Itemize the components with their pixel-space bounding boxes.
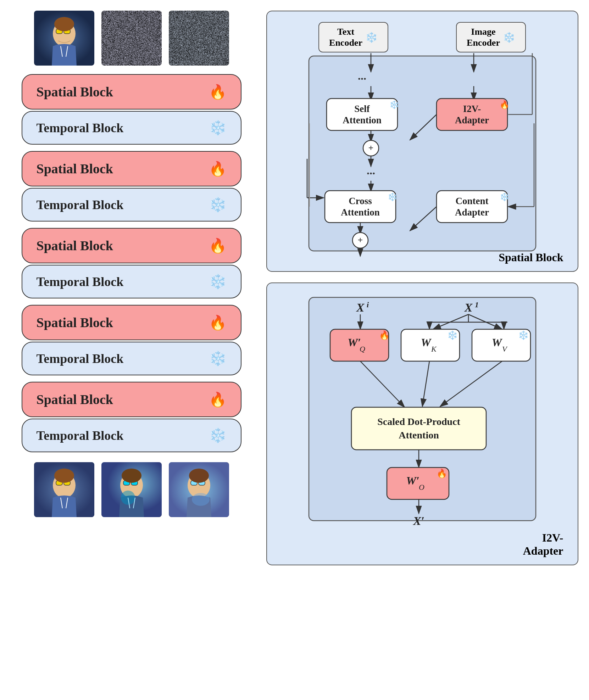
temporal-block-5-label: Temporal Block xyxy=(37,428,124,443)
svg-text:W′: W′ xyxy=(406,474,419,487)
right-column: TextEncoder ❄️ ImageEncoder ❄️ · xyxy=(266,11,578,565)
image-encoder-snowflake: ❄️ xyxy=(503,32,515,43)
snowflake-icon-4: ❄️ xyxy=(209,350,227,367)
svg-text:❄️: ❄️ xyxy=(500,192,510,202)
spatial-block-4: Spatial Block 🔥 xyxy=(22,305,241,340)
svg-text:W: W xyxy=(491,336,502,349)
svg-text:K: K xyxy=(431,345,437,353)
temporal-block-1: Temporal Block ❄️ xyxy=(22,111,241,145)
block-pair-2: Spatial Block 🔥 Temporal Block ❄️ xyxy=(22,151,241,222)
temporal-block-2: Temporal Block ❄️ xyxy=(22,188,241,222)
temporal-block-2-label: Temporal Block xyxy=(37,197,124,212)
spatial-block-2-label: Spatial Block xyxy=(37,161,113,177)
svg-text:X: X xyxy=(464,301,473,314)
svg-text:Adapter: Adapter xyxy=(455,207,489,218)
svg-text:Scaled Dot-Product: Scaled Dot-Product xyxy=(377,416,460,427)
main-container: Spatial Block 🔥 Temporal Block ❄️ Spatia… xyxy=(11,11,578,565)
svg-text:Attention: Attention xyxy=(343,115,382,125)
text-encoder-snowflake: ❄️ xyxy=(365,32,378,43)
svg-text:Adapter: Adapter xyxy=(455,115,489,125)
svg-text:Cross: Cross xyxy=(349,196,372,206)
spatial-block-5: Spatial Block 🔥 xyxy=(22,382,241,417)
svg-text:i: i xyxy=(367,300,369,309)
spatial-block-3-label: Spatial Block xyxy=(37,238,113,253)
temporal-block-4: Temporal Block ❄️ xyxy=(22,342,241,375)
svg-text:Attention: Attention xyxy=(341,207,380,218)
svg-point-4 xyxy=(54,17,74,31)
svg-text:❄️: ❄️ xyxy=(518,330,529,340)
output-image-3 xyxy=(169,462,229,517)
svg-text:Attention: Attention xyxy=(399,430,439,441)
svg-text:❄️: ❄️ xyxy=(447,330,458,340)
temporal-block-3: Temporal Block ❄️ xyxy=(22,265,241,298)
left-column: Spatial Block 🔥 Temporal Block ❄️ Spatia… xyxy=(11,11,252,565)
spatial-block-5-label: Spatial Block xyxy=(37,392,113,407)
svg-text:···: ··· xyxy=(367,253,375,258)
svg-text:1: 1 xyxy=(475,300,479,309)
svg-text:W′: W′ xyxy=(348,336,361,349)
spatial-block-diagram: TextEncoder ❄️ ImageEncoder ❄️ · xyxy=(266,11,578,272)
bottom-images-row xyxy=(34,462,229,517)
original-image xyxy=(34,11,94,66)
output-image-1 xyxy=(34,462,94,517)
svg-rect-98 xyxy=(351,407,486,450)
svg-text:🔥: 🔥 xyxy=(379,330,390,340)
output-image-2 xyxy=(101,462,162,517)
fire-icon-4: 🔥 xyxy=(209,314,227,331)
temporal-block-3-label: Temporal Block xyxy=(37,274,124,289)
i2v-diagram-svg: X i X 1 W′ xyxy=(305,294,539,528)
temporal-block-5: Temporal Block ❄️ xyxy=(22,419,241,452)
block-pair-3: Spatial Block 🔥 Temporal Block ❄️ xyxy=(22,228,241,298)
spatial-block-1-label: Spatial Block xyxy=(37,84,113,100)
temporal-block-1-label: Temporal Block xyxy=(37,121,124,135)
text-encoder-label: TextEncoder xyxy=(329,26,362,48)
block-pair-5: Spatial Block 🔥 Temporal Block ❄️ xyxy=(22,382,241,452)
block-pair-4: Spatial Block 🔥 Temporal Block ❄️ xyxy=(22,305,241,375)
spatial-block-1: Spatial Block 🔥 xyxy=(22,74,241,110)
svg-point-23 xyxy=(189,469,209,483)
spatial-block-4-label: Spatial Block xyxy=(37,315,113,330)
svg-text:🔥: 🔥 xyxy=(500,100,510,110)
noisy-image-1 xyxy=(101,11,162,66)
snowflake-icon-2: ❄️ xyxy=(209,196,227,213)
spatial-block-2: Spatial Block 🔥 xyxy=(22,151,241,186)
svg-text:+: + xyxy=(357,235,363,245)
svg-text:···: ··· xyxy=(358,72,366,85)
block-pair-1: Spatial Block 🔥 Temporal Block ❄️ xyxy=(22,74,241,145)
svg-text:❄️: ❄️ xyxy=(389,100,399,110)
spatial-diagram-label: Spatial Block xyxy=(278,251,567,264)
svg-text:Content: Content xyxy=(455,196,488,206)
i2v-diagram-label: I2V-Adapter xyxy=(278,531,567,558)
svg-text:I2V-: I2V- xyxy=(463,103,481,114)
svg-point-12 xyxy=(54,469,74,483)
svg-point-17 xyxy=(122,469,141,483)
svg-text:🔥: 🔥 xyxy=(437,468,447,478)
i2v-adapter-diagram: X i X 1 W′ xyxy=(266,282,578,565)
svg-text:+: + xyxy=(368,143,373,153)
fire-icon-3: 🔥 xyxy=(209,237,227,254)
svg-text:···: ··· xyxy=(367,167,375,180)
svg-text:X′: X′ xyxy=(412,514,424,527)
svg-text:❄️: ❄️ xyxy=(388,192,398,202)
image-encoder-label: ImageEncoder xyxy=(467,26,500,48)
fire-icon-2: 🔥 xyxy=(209,161,227,177)
snowflake-icon-3: ❄️ xyxy=(209,273,227,290)
top-images-row xyxy=(34,11,229,66)
snowflake-icon-1: ❄️ xyxy=(209,119,227,136)
spatial-diagram-svg: ··· Self Attention ❄️ I2V- xyxy=(305,52,539,258)
temporal-block-4-label: Temporal Block xyxy=(37,351,124,366)
svg-text:Self: Self xyxy=(354,103,370,114)
svg-text:W: W xyxy=(421,336,432,349)
image-encoder-box: ImageEncoder ❄️ xyxy=(456,22,526,52)
spatial-block-3: Spatial Block 🔥 xyxy=(22,228,241,263)
fire-icon-1: 🔥 xyxy=(209,84,227,100)
snowflake-icon-5: ❄️ xyxy=(209,427,227,444)
svg-text:X: X xyxy=(356,301,365,314)
text-encoder-box: TextEncoder ❄️ xyxy=(318,22,388,52)
svg-point-24 xyxy=(192,493,210,506)
svg-text:Q: Q xyxy=(360,345,365,353)
svg-text:O: O xyxy=(419,483,424,492)
fire-icon-5: 🔥 xyxy=(209,391,227,408)
noisy-image-2 xyxy=(169,11,229,66)
